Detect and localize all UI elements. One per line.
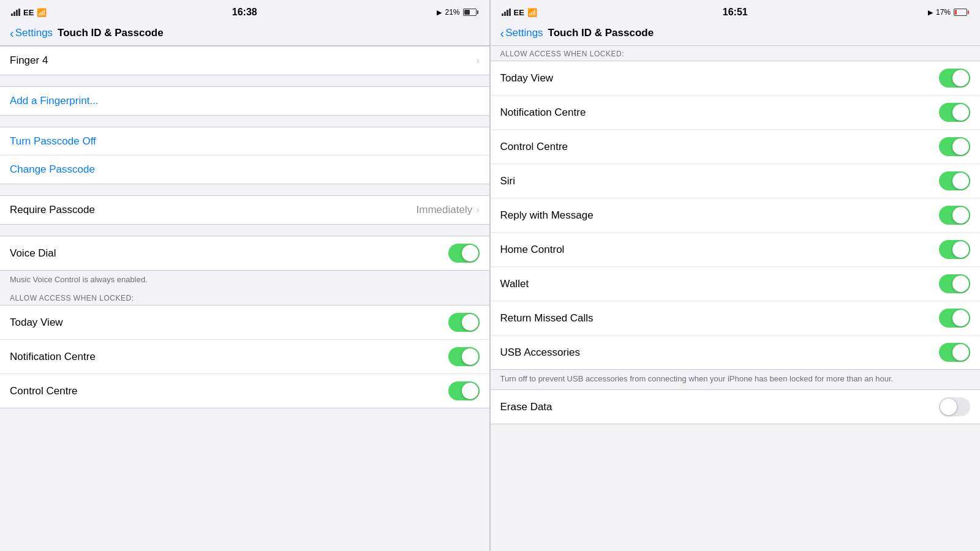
erase-data-toggle[interactable] [939, 397, 970, 416]
require-passcode-chevron-icon: › [476, 204, 479, 216]
control-centre-label-left: Control Centre [10, 385, 78, 397]
battery-percent-label: 21% [445, 8, 459, 17]
control-centre-toggle-knob-right [952, 138, 969, 155]
voice-dial-item: Voice Dial [0, 236, 489, 270]
control-centre-label-right: Control Centre [500, 141, 568, 153]
home-control-item: Home Control [491, 233, 981, 267]
voice-footer-text: Music Voice Control is always enabled. [10, 275, 148, 284]
right-status-left: EE 📶 [502, 8, 537, 17]
return-missed-calls-item: Return Missed Calls [491, 301, 981, 335]
home-control-toggle-knob [952, 241, 969, 258]
today-view-toggle-knob-right [952, 70, 969, 86]
today-view-label-left: Today View [10, 317, 63, 329]
right-location-icon: ▶ [928, 9, 933, 17]
passcode-options-section: Turn Passcode Off Change Passcode [0, 127, 489, 184]
finger4-right: › [476, 55, 479, 66]
add-fingerprint-section: Add a Fingerprint... [0, 86, 489, 116]
control-centre-item-left: Control Centre [0, 374, 489, 408]
today-view-item-left: Today View [0, 305, 489, 340]
right-back-label: Settings [505, 27, 543, 39]
siri-label: Siri [500, 175, 516, 187]
control-centre-toggle-left[interactable] [448, 381, 480, 400]
left-back-button[interactable]: ‹ Settings [10, 27, 53, 39]
today-view-toggle-right[interactable] [939, 69, 970, 88]
usb-accessories-label: USB Accessories [500, 347, 580, 359]
notification-centre-toggle-right[interactable] [939, 103, 970, 122]
right-page-title: Touch ID & Passcode [548, 27, 654, 39]
wallet-toggle[interactable] [939, 274, 970, 293]
require-passcode-right: Immediately › [417, 204, 480, 216]
right-battery-percent-label: 17% [936, 8, 951, 17]
return-missed-calls-toggle[interactable] [939, 309, 970, 328]
usb-footer: Turn off to prevent USB accessories from… [491, 370, 981, 389]
require-passcode-value: Immediately [417, 204, 473, 216]
wallet-item: Wallet [491, 267, 981, 301]
right-status-bar: EE 📶 16:51 ▶ 17% [491, 0, 981, 22]
control-centre-item-right: Control Centre [491, 130, 981, 164]
notification-centre-toggle-knob-left [462, 348, 478, 365]
notification-centre-toggle-left[interactable] [448, 347, 480, 366]
right-signal-bars-icon [502, 9, 511, 16]
allow-access-header-right: ALLOW ACCESS WHEN LOCKED: [491, 46, 981, 61]
usb-accessories-item: USB Accessories [491, 335, 981, 369]
return-missed-calls-label: Return Missed Calls [500, 312, 594, 324]
signal-bars-icon [11, 9, 20, 16]
locked-access-section-left: Today View Notification Centre Control C… [0, 305, 489, 408]
reply-with-message-label: Reply with Message [500, 209, 594, 222]
left-status-left: EE 📶 [11, 8, 47, 17]
reply-with-message-toggle[interactable] [939, 206, 970, 225]
erase-data-section: Erase Data [491, 389, 981, 424]
control-centre-toggle-right[interactable] [939, 137, 970, 156]
right-time: 16:51 [723, 7, 748, 18]
erase-data-label: Erase Data [500, 401, 552, 413]
back-chevron-icon: ‹ [10, 27, 14, 39]
left-nav-bar: ‹ Settings Touch ID & Passcode [0, 22, 489, 46]
voice-dial-section: Voice Dial [0, 236, 489, 271]
add-fingerprint-item[interactable]: Add a Fingerprint... [0, 87, 489, 115]
spacer2 [0, 184, 489, 195]
right-status-right: ▶ 17% [928, 8, 969, 17]
voice-dial-toggle[interactable] [448, 244, 480, 263]
right-back-button[interactable]: ‹ Settings [500, 27, 543, 39]
require-passcode-section: Require Passcode Immediately › [0, 195, 489, 225]
notification-centre-label-right: Notification Centre [500, 107, 586, 119]
usb-footer-text: Turn off to prevent USB accessories from… [500, 374, 894, 383]
today-view-toggle-left[interactable] [448, 313, 480, 332]
finger4-item[interactable]: Finger 4 › [0, 47, 489, 75]
usb-accessories-toggle[interactable] [939, 343, 970, 362]
notification-centre-toggle-knob-right [952, 104, 969, 121]
voice-dial-label: Voice Dial [10, 247, 56, 260]
left-status-bar: EE 📶 16:38 ▶ 21% [0, 0, 489, 22]
left-phone-panel: EE 📶 16:38 ▶ 21% ‹ Settings Touch ID & P… [0, 0, 490, 551]
spacer3 [0, 225, 489, 236]
finger4-label: Finger 4 [10, 54, 48, 67]
require-passcode-label: Require Passcode [10, 204, 95, 216]
location-icon: ▶ [437, 9, 442, 17]
change-passcode-item[interactable]: Change Passcode [0, 156, 489, 184]
today-view-toggle-knob-left [462, 314, 478, 331]
right-content: ALLOW ACCESS WHEN LOCKED: Today View Not… [491, 46, 981, 551]
erase-data-toggle-knob [940, 399, 957, 415]
right-phone-panel: EE 📶 16:51 ▶ 17% ‹ Settings Touch ID & P… [491, 0, 981, 551]
change-passcode-label: Change Passcode [10, 163, 95, 176]
add-fingerprint-label: Add a Fingerprint... [10, 95, 99, 107]
home-control-toggle[interactable] [939, 240, 970, 259]
wifi-icon: 📶 [37, 8, 47, 17]
spacer1 [0, 116, 489, 127]
locked-access-section-right: Today View Notification Centre Control C… [491, 61, 981, 370]
battery-icon [463, 9, 478, 16]
carrier-label: EE [23, 8, 34, 17]
allow-access-header-label-left: ALLOW ACCESS WHEN LOCKED: [10, 294, 134, 302]
turn-passcode-off-item[interactable]: Turn Passcode Off [0, 127, 489, 156]
notification-centre-item-right: Notification Centre [491, 96, 981, 130]
voice-dial-toggle-knob [462, 245, 478, 261]
left-back-label: Settings [15, 27, 53, 39]
return-missed-calls-toggle-knob [952, 310, 969, 326]
siri-toggle[interactable] [939, 171, 970, 190]
right-wifi-icon: 📶 [527, 8, 537, 17]
left-status-right: ▶ 21% [437, 8, 478, 17]
right-battery-icon [954, 9, 969, 16]
require-passcode-item[interactable]: Require Passcode Immediately › [0, 196, 489, 224]
usb-accessories-toggle-knob [952, 344, 969, 361]
control-centre-toggle-knob-left [462, 383, 478, 399]
